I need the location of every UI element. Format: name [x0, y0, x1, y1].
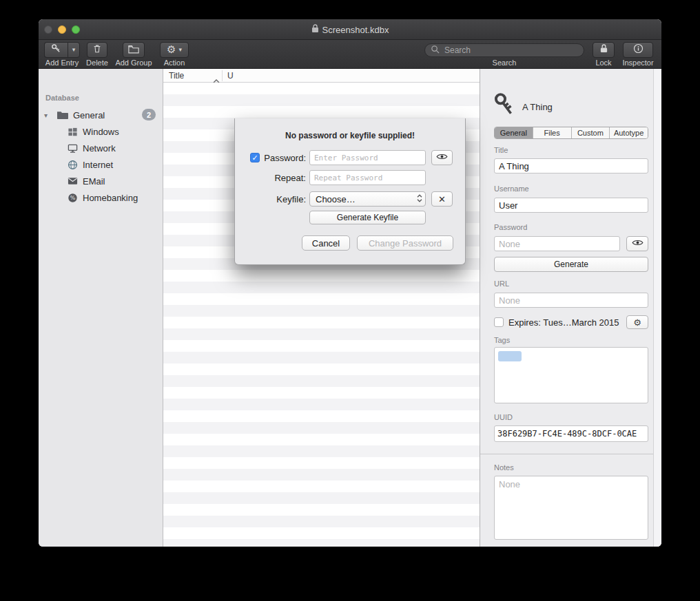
folder-plus-icon	[128, 44, 139, 56]
column-header-username[interactable]: U	[227, 71, 234, 81]
notes-textarea[interactable]	[494, 476, 648, 540]
dialog-repeat-input[interactable]	[309, 170, 426, 185]
username-field-label: Username	[494, 184, 529, 193]
expires-checkbox[interactable]	[494, 317, 504, 327]
column-header-title[interactable]: Title	[169, 71, 184, 81]
dialog-password-input[interactable]	[309, 150, 426, 165]
tab-autotype[interactable]: Autotype	[610, 127, 648, 138]
url-input[interactable]	[494, 293, 648, 308]
eye-icon	[632, 239, 644, 249]
add-entry-button[interactable]	[44, 42, 68, 58]
search-field-wrap	[424, 43, 584, 57]
app-window: Screenshot.kdbx ▾ Add Entry Delete Add G…	[39, 19, 661, 547]
chevron-down-icon: ▾	[72, 47, 76, 53]
sidebar-item-label: Internet	[83, 160, 113, 170]
title-field-label: Title	[494, 146, 508, 154]
sidebar-item-label: Windows	[83, 127, 119, 137]
sidebar-item-label: EMail	[83, 176, 105, 187]
trash-icon	[92, 43, 102, 56]
tab-general[interactable]: General	[495, 127, 533, 138]
stepper-updown-icon	[417, 193, 422, 205]
sidebar-item-label: General	[73, 110, 105, 120]
inspector-scrollbar[interactable]	[653, 69, 661, 547]
network-icon	[68, 143, 78, 154]
cancel-button[interactable]: Cancel	[302, 235, 350, 251]
sidebar-item-internet[interactable]: Internet	[39, 156, 163, 173]
action-button[interactable]: ⚙ ▾	[160, 42, 189, 58]
cancel-button-label: Cancel	[312, 238, 340, 249]
window-title: Screenshot.kdbx	[322, 25, 389, 35]
sidebar-section-header: Database	[45, 94, 79, 102]
password-label: Password:	[235, 153, 306, 163]
email-icon	[68, 177, 78, 185]
sidebar-item-windows[interactable]: Windows	[39, 123, 163, 140]
uuid-input[interactable]	[494, 425, 648, 442]
delete-label: Delete	[72, 59, 122, 67]
keyfile-label: Keyfile:	[235, 194, 306, 204]
gear-icon: ⚙	[167, 45, 176, 55]
notes-field-label: Notes	[494, 463, 514, 472]
search-icon	[431, 44, 440, 56]
expires-settings-button[interactable]: ⚙	[626, 315, 648, 329]
gear-icon: ⚙	[633, 318, 641, 327]
delete-button[interactable]	[87, 42, 107, 58]
show-password-button[interactable]	[431, 150, 453, 165]
add-entry-dropdown-button[interactable]: ▾	[68, 42, 80, 58]
sidebar-item-email[interactable]: EMail	[39, 173, 163, 189]
repeat-label: Repeat:	[235, 173, 306, 183]
username-input[interactable]	[494, 198, 648, 213]
lock-button[interactable]	[593, 42, 615, 58]
generate-keyfile-button[interactable]: Generate Keyfile	[309, 211, 426, 224]
homebanking-icon: %	[68, 193, 78, 203]
change-password-button-label: Change Password	[369, 238, 442, 249]
tag-pill[interactable]	[498, 351, 522, 361]
change-password-dialog: No password or keyfile supplied! ✓ Passw…	[234, 118, 466, 265]
show-password-button[interactable]	[626, 236, 648, 251]
inspector-label: Inspector	[613, 59, 661, 67]
search-label: Search	[480, 59, 529, 67]
sidebar-item-network[interactable]: Network	[39, 140, 163, 156]
sidebar-item-homebanking[interactable]: % Homebanking	[39, 189, 163, 206]
title-bar: Screenshot.kdbx	[39, 19, 661, 40]
tab-custom[interactable]: Custom	[572, 127, 610, 138]
sidebar-item-label: Network	[83, 143, 116, 154]
inspector-panel: A Thing General Files Custom Autotype Ti…	[480, 69, 661, 547]
keyfile-selected-value: Choose…	[316, 194, 417, 204]
sidebar-item-label: Homebanking	[83, 193, 138, 203]
disclosure-triangle-icon[interactable]: ▾	[44, 112, 48, 119]
entry-count-badge: 2	[142, 109, 156, 120]
column-divider[interactable]	[222, 70, 223, 81]
inspector-tabs: General Files Custom Autotype	[494, 127, 648, 139]
generate-password-button[interactable]: Generate	[494, 257, 648, 272]
toolbar: ▾ Add Entry Delete Add Group ⚙ ▾ Action …	[39, 40, 661, 69]
expires-label: Expires: Tues…March 2015	[508, 317, 619, 328]
tab-files[interactable]: Files	[533, 127, 572, 138]
password-input[interactable]	[494, 236, 620, 251]
windows-icon	[68, 127, 78, 137]
keyfile-popup-button[interactable]: Choose…	[309, 191, 426, 207]
folder-icon	[56, 110, 69, 120]
clear-keyfile-button[interactable]: ✕	[431, 191, 453, 207]
title-input[interactable]	[494, 158, 648, 173]
close-x-icon: ✕	[438, 195, 446, 204]
chevron-down-icon: ▾	[178, 47, 182, 53]
info-icon	[633, 43, 644, 56]
content-area: Database ▾ General 2 Windows Networ	[39, 69, 661, 547]
search-input[interactable]	[443, 45, 578, 56]
eye-icon	[436, 153, 448, 162]
key-icon	[51, 43, 61, 56]
add-entry-label: Add Entry	[39, 59, 87, 67]
document-proxy-icon	[311, 23, 319, 36]
add-group-button[interactable]	[123, 42, 145, 58]
svg-text:%: %	[70, 195, 76, 201]
change-password-button[interactable]: Change Password	[357, 235, 453, 251]
internet-icon	[68, 160, 78, 170]
lock-label: Lock	[579, 59, 628, 67]
lock-icon	[599, 43, 608, 56]
inspector-button[interactable]	[623, 42, 653, 58]
entry-title: A Thing	[522, 102, 553, 112]
uuid-field-label: UUID	[494, 413, 513, 421]
generate-button-label: Generate	[554, 260, 588, 269]
sidebar-item-general[interactable]: ▾ General 2	[39, 107, 163, 123]
generate-keyfile-label: Generate Keyfile	[337, 213, 398, 222]
